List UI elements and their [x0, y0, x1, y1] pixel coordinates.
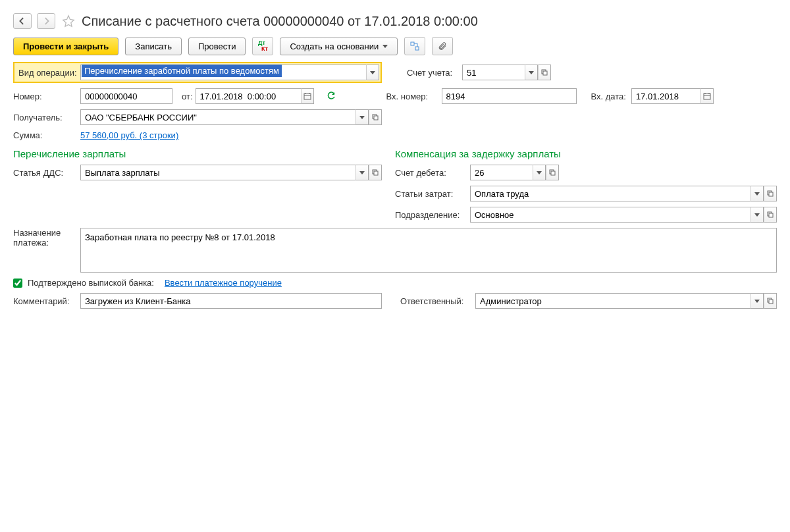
responsible-open-icon[interactable] [764, 293, 777, 309]
number-label: Номер: [13, 92, 78, 101]
confirmed-label: Подтверждено выпиской банка: [28, 278, 154, 288]
svg-rect-21 [769, 213, 773, 217]
purpose-textarea[interactable] [80, 228, 777, 273]
division-row: Подразделение: [395, 207, 777, 223]
page-title: Списание с расчетного счета 00000000040 … [82, 14, 478, 29]
toolbar: Провести и закрыть Записать Провести Дт … [13, 37, 777, 55]
refresh-icon[interactable] [326, 90, 336, 103]
number-row: Номер: от: Вх. номер: Вх. дата: [13, 88, 777, 104]
chevron-down-icon [382, 45, 388, 48]
post-button[interactable]: Провести [188, 38, 246, 55]
svg-rect-17 [551, 171, 555, 175]
dds-open-icon[interactable] [369, 165, 382, 180]
division-open-icon[interactable] [764, 207, 777, 223]
account-label: Счет учета: [407, 68, 460, 78]
account-open-icon[interactable] [538, 65, 551, 80]
favorite-star-icon[interactable] [61, 13, 76, 29]
cost-items-label: Статьи затрат: [395, 189, 467, 199]
in-date-calendar-icon[interactable] [700, 88, 714, 104]
operation-type-value[interactable]: Перечисление заработной платы по ведомос… [82, 65, 282, 77]
svg-rect-1 [415, 47, 419, 50]
forward-button[interactable] [37, 13, 55, 29]
comment-label: Комментарий: [13, 296, 78, 306]
recipient-label: Получатель: [13, 113, 78, 122]
svg-rect-3 [543, 71, 547, 75]
dds-input[interactable] [80, 165, 356, 180]
svg-rect-23 [769, 300, 773, 304]
cost-items-dropdown[interactable] [750, 186, 764, 201]
dds-label: Статья ДДС: [13, 168, 78, 178]
svg-rect-15 [374, 171, 378, 175]
in-date-input[interactable] [631, 88, 700, 104]
attachment-icon[interactable] [432, 37, 453, 55]
division-dropdown[interactable] [750, 207, 764, 223]
calendar-icon[interactable] [301, 88, 314, 104]
debit-account-label: Счет дебета: [395, 168, 467, 178]
operation-type-row: Вид операции: Перечисление заработной пл… [13, 62, 777, 83]
compensation-section-header: Компенсация за задержку зарплаты [395, 148, 777, 159]
purpose-row: Назначение платежа: [13, 228, 777, 273]
create-based-on-button[interactable]: Создать на основании [280, 38, 398, 55]
dtkt-icon[interactable]: Дт Кт [252, 37, 273, 55]
enter-payment-order-link[interactable]: Ввести платежное поручение [165, 278, 282, 288]
dds-row: Статья ДДС: [13, 165, 382, 180]
responsible-dropdown[interactable] [750, 293, 764, 309]
operation-type-label: Вид операции: [16, 66, 80, 79]
sum-row: Сумма: 57 560,00 руб. (3 строки) [13, 130, 777, 140]
salary-section-header: Перечисление зарплаты [13, 148, 382, 159]
account-dropdown[interactable] [525, 65, 538, 80]
debit-account-row: Счет дебета: [395, 165, 777, 180]
comment-input[interactable] [80, 293, 382, 309]
division-label: Подразделение: [395, 210, 467, 220]
structure-icon[interactable] [404, 37, 425, 55]
in-number-label: Вх. номер: [386, 92, 439, 101]
in-number-input[interactable] [442, 88, 577, 104]
save-button[interactable]: Записать [125, 38, 182, 55]
debit-account-dropdown[interactable] [533, 165, 546, 180]
create-based-label: Создать на основании [290, 41, 379, 51]
svg-rect-19 [769, 192, 773, 196]
sum-link[interactable]: 57 560,00 руб. (3 строки) [80, 130, 178, 140]
operation-type-dropdown[interactable] [366, 65, 379, 80]
svg-rect-8 [704, 93, 710, 99]
dds-dropdown[interactable] [356, 165, 369, 180]
number-input[interactable] [80, 88, 172, 104]
responsible-input[interactable] [475, 293, 750, 309]
confirmed-checkbox[interactable] [13, 279, 22, 288]
svg-rect-13 [374, 116, 378, 120]
recipient-row: Получатель: [13, 109, 777, 125]
cost-items-open-icon[interactable] [764, 186, 777, 201]
account-input[interactable] [462, 65, 525, 80]
recipient-dropdown[interactable] [356, 109, 369, 125]
svg-rect-4 [304, 93, 311, 99]
cost-items-input[interactable] [470, 186, 750, 201]
recipient-open-icon[interactable] [369, 109, 382, 125]
responsible-label: Ответственный: [400, 296, 473, 306]
debit-account-input[interactable] [470, 165, 533, 180]
from-label: от: [182, 92, 193, 101]
date-input[interactable] [196, 88, 301, 104]
purpose-label: Назначение платежа: [13, 228, 78, 248]
header: Списание с расчетного счета 00000000040 … [13, 13, 777, 29]
svg-rect-0 [411, 42, 414, 45]
back-button[interactable] [13, 13, 32, 29]
confirmed-row: Подтверждено выпиской банка: Ввести плат… [13, 278, 777, 288]
post-and-close-button[interactable]: Провести и закрыть [13, 38, 118, 55]
comment-row: Комментарий: Ответственный: [13, 293, 777, 309]
division-input[interactable] [470, 207, 750, 223]
sum-label: Сумма: [13, 130, 78, 140]
cost-items-row: Статьи затрат: [395, 186, 777, 201]
in-date-label: Вх. дата: [591, 92, 626, 101]
debit-account-open-icon[interactable] [546, 165, 559, 180]
recipient-input[interactable] [80, 109, 356, 125]
